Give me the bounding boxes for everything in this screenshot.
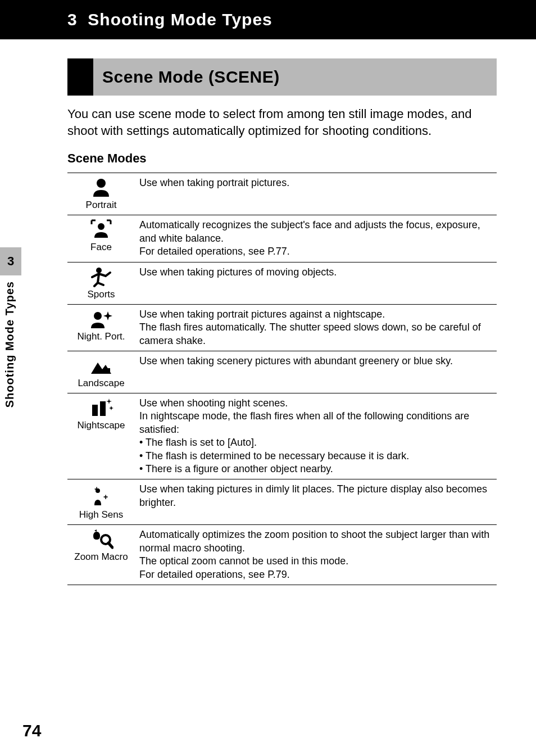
intro-text: You can use scene mode to select from am… <box>67 106 497 139</box>
mode-name: Night. Port. <box>72 331 130 343</box>
section-block <box>67 58 93 96</box>
face-icon <box>89 219 113 240</box>
mode-desc: Automatically recognizes the subject's f… <box>135 215 497 262</box>
mode-name: Sports <box>72 288 130 301</box>
svg-point-3 <box>94 312 102 320</box>
mode-name: Landscape <box>72 377 130 390</box>
mode-icon-cell: + + High Sens <box>67 479 135 525</box>
mode-name: High Sens <box>72 509 130 521</box>
list-item: The flash is set to [Auto]. <box>139 436 492 449</box>
list-item: There is a figure or another object near… <box>139 463 492 476</box>
sports-icon <box>89 266 113 287</box>
section-title: Scene Mode (SCENE) <box>93 58 497 96</box>
mode-icon-cell: Landscape <box>67 351 135 393</box>
mode-icon-cell: Sports <box>67 262 135 304</box>
mode-desc: Use when taking pictures of moving objec… <box>135 262 497 304</box>
mode-desc: Use when taking portrait pictures. <box>135 173 497 215</box>
side-tab: 3 Shooting Mode Types <box>0 247 21 413</box>
scene-mode-table: Portrait Use when taking portrait pictur… <box>67 173 497 585</box>
chapter-header: 3 Shooting Mode Types <box>0 0 536 39</box>
mode-desc: Use when taking scenery pictures with ab… <box>135 351 497 393</box>
mode-name: Face <box>72 241 130 253</box>
mode-icon-cell: Night. Port. <box>67 304 135 351</box>
svg-rect-6 <box>100 401 106 416</box>
mode-name: Portrait <box>72 199 130 211</box>
table-row: Portrait Use when taking portrait pictur… <box>67 173 497 215</box>
side-tab-text: Shooting Mode Types <box>0 275 20 413</box>
svg-point-9 <box>96 488 100 493</box>
mode-desc: Use when taking portrait pictures agains… <box>135 304 497 351</box>
svg-rect-5 <box>92 405 98 416</box>
table-row: Nightscape Use when shooting night scene… <box>67 393 497 479</box>
mode-desc: Use when taking pictures in dimly lit pl… <box>135 479 497 525</box>
mode-name: Nightscape <box>72 419 130 432</box>
mode-icon-cell: Portrait <box>67 173 135 215</box>
zoom-macro-icon <box>89 528 113 550</box>
night-portrait-icon <box>89 308 113 329</box>
table-row: Sports Use when taking pictures of movin… <box>67 262 497 304</box>
nightscape-icon <box>89 397 113 418</box>
svg-point-2 <box>96 268 102 273</box>
svg-point-0 <box>97 179 106 188</box>
scene-modes-label: Scene Modes <box>67 151 497 166</box>
page-number: 74 <box>22 721 41 740</box>
landscape-icon <box>89 355 113 376</box>
mode-desc: Automatically optimizes the zoom positio… <box>135 525 497 585</box>
table-row: Zoom Macro Automatically optimizes the z… <box>67 525 497 585</box>
side-tab-number: 3 <box>0 247 21 275</box>
mode-icon-cell: Face <box>67 215 135 262</box>
chapter-number: 3 <box>67 10 78 29</box>
table-row: Face Automatically recognizes the subjec… <box>67 215 497 262</box>
mode-desc-lead: Use when shooting night scenes.In nights… <box>139 397 469 435</box>
svg-text:+: + <box>103 492 108 501</box>
table-row: + + High Sens Use when taking pictures i… <box>67 479 497 525</box>
mode-icon-cell: Nightscape <box>67 393 135 479</box>
svg-point-1 <box>98 223 105 230</box>
mode-bullets: The flash is set to [Auto]. The flash is… <box>139 436 492 476</box>
chapter-title: Shooting Mode Types <box>88 10 272 29</box>
portrait-icon <box>89 176 113 198</box>
table-row: Landscape Use when taking scenery pictur… <box>67 351 497 393</box>
high-sens-icon: + + <box>89 483 113 508</box>
mode-icon-cell: Zoom Macro <box>67 525 135 585</box>
table-row: Night. Port. Use when taking portrait pi… <box>67 304 497 351</box>
section-heading: Scene Mode (SCENE) <box>67 58 497 96</box>
mode-name: Zoom Macro <box>72 551 130 563</box>
list-item: The flash is determined to be necessary … <box>139 450 492 463</box>
svg-rect-4 <box>108 368 110 374</box>
mode-desc: Use when shooting night scenes.In nights… <box>135 393 497 479</box>
